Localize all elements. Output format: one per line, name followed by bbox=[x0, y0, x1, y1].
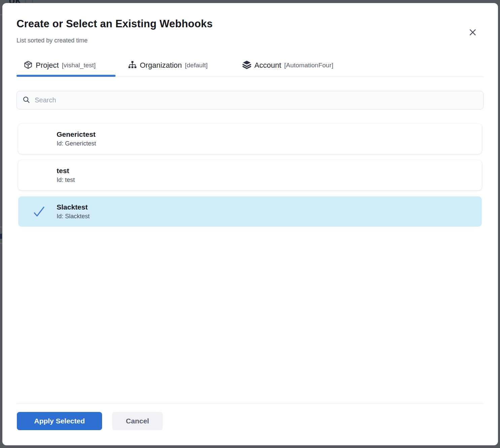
item-id: Id: Slacktest bbox=[57, 213, 482, 220]
tab-account-label: Account bbox=[254, 61, 281, 70]
item-id: Id: Generictest bbox=[57, 140, 482, 147]
search-box bbox=[17, 91, 483, 109]
item-title: Generictest bbox=[57, 130, 482, 138]
close-button[interactable] bbox=[467, 27, 479, 39]
webhooks-dialog: Create or Select an Existing Webhooks Li… bbox=[2, 3, 498, 445]
background-accent-block bbox=[0, 234, 2, 239]
close-icon bbox=[468, 28, 477, 38]
tab-organization[interactable]: Organization [default] bbox=[128, 54, 223, 76]
item-title: test bbox=[57, 167, 482, 175]
webhooks-list: Generictest Id: Generictest test Id: tes… bbox=[18, 124, 482, 227]
tab-organization-context: [default] bbox=[185, 62, 208, 69]
tab-project-context: [vishal_test] bbox=[62, 62, 95, 69]
cancel-button[interactable]: Cancel bbox=[112, 412, 163, 430]
check-icon bbox=[32, 204, 46, 220]
sitemap-icon bbox=[128, 60, 137, 70]
background-divider bbox=[0, 227, 2, 227]
layers-icon bbox=[242, 60, 251, 71]
dialog-subtitle: List sorted by created time bbox=[17, 37, 88, 44]
tab-project-label: Project bbox=[36, 61, 59, 70]
list-item-generictest[interactable]: Generictest Id: Generictest bbox=[18, 124, 482, 154]
footer-divider bbox=[17, 404, 483, 404]
tab-project[interactable]: Project [vishal_test] bbox=[17, 54, 116, 76]
tab-account[interactable]: Account [AutomationFour] bbox=[242, 54, 353, 76]
scope-tabs: Project [vishal_test] Organization [defa bbox=[17, 54, 483, 77]
search-input[interactable] bbox=[35, 96, 478, 104]
background-divider bbox=[0, 243, 2, 244]
dialog-title: Create or Select an Existing Webhooks bbox=[17, 18, 213, 30]
search-icon bbox=[22, 96, 30, 105]
tab-organization-label: Organization bbox=[140, 61, 182, 70]
item-title: Slacktest bbox=[57, 203, 482, 211]
tab-account-context: [AutomationFour] bbox=[284, 62, 334, 69]
package-icon bbox=[24, 60, 33, 71]
list-item-slacktest[interactable]: Slacktest Id: Slacktest bbox=[18, 196, 482, 227]
background-divider bbox=[0, 14, 2, 15]
item-id: Id: test bbox=[57, 177, 482, 184]
apply-selected-button[interactable]: Apply Selected bbox=[17, 412, 102, 430]
list-item-test[interactable]: test Id: test bbox=[18, 160, 482, 190]
